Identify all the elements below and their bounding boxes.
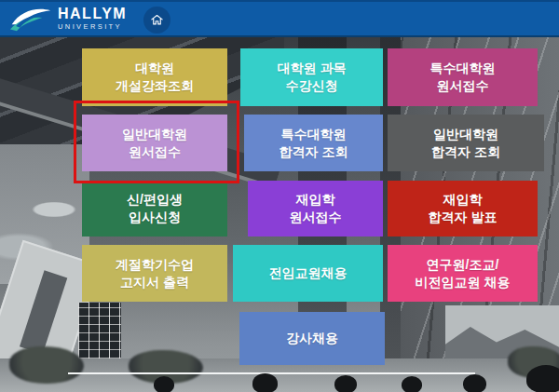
menu-button-general-grad-apply[interactable]: 일반대학원 원서접수 bbox=[82, 115, 227, 171]
button-label: 특수대학원 bbox=[430, 60, 496, 77]
menu-button-special-grad-results[interactable]: 특수대학원 합격자 조회 bbox=[244, 115, 383, 171]
button-label: 강사채용 bbox=[286, 330, 338, 347]
quick-menu-grid: 대학원 개설강좌조회 대학원 과목 수강신청 특수대학원 원서접수 일반대학원 … bbox=[0, 0, 559, 392]
button-label: 일반대학원 bbox=[122, 126, 187, 143]
button-label: 입사신청 bbox=[129, 209, 181, 226]
top-navigation-bar: HALLYM UNIVERSITY bbox=[0, 0, 559, 37]
university-logo[interactable]: HALLYM UNIVERSITY bbox=[9, 5, 127, 33]
hallym-bird-icon bbox=[9, 5, 52, 33]
menu-button-grad-course-register[interactable]: 대학원 과목 수강신청 bbox=[240, 48, 383, 106]
button-label: 비전임교원 채용 bbox=[416, 274, 511, 291]
button-label: 전임교원채용 bbox=[269, 264, 348, 282]
button-label: 연구원/조교/ bbox=[427, 256, 499, 274]
menu-button-new-transfer-dorm[interactable]: 신/편입생 입사신청 bbox=[82, 181, 227, 237]
menu-button-readmission-apply[interactable]: 재입학 원서접수 bbox=[248, 181, 383, 237]
home-icon bbox=[150, 13, 164, 27]
button-label: 원서접수 bbox=[437, 77, 489, 95]
menu-button-lecturer-hire[interactable]: 강사채용 bbox=[239, 312, 385, 365]
button-label: 원서접수 bbox=[290, 209, 342, 226]
logo-primary-text: HALLYM bbox=[58, 7, 127, 21]
button-label: 개설강좌조회 bbox=[116, 77, 194, 95]
menu-button-faculty-hire[interactable]: 전임교원채용 bbox=[233, 245, 383, 302]
button-label: 합격자 조회 bbox=[280, 143, 348, 161]
menu-button-grad-course-list[interactable]: 대학원 개설강좌조회 bbox=[82, 48, 227, 106]
logo-text: HALLYM UNIVERSITY bbox=[58, 7, 127, 31]
home-button[interactable] bbox=[143, 7, 170, 34]
menu-button-general-grad-results[interactable]: 일반대학원 합격자 조회 bbox=[388, 115, 544, 171]
button-label: 원서접수 bbox=[129, 143, 181, 161]
button-label: 대학원 bbox=[135, 60, 174, 77]
button-label: 합격자 발표 bbox=[429, 209, 498, 226]
menu-button-readmission-results[interactable]: 재입학 합격자 발표 bbox=[388, 181, 538, 237]
button-label: 재입학 bbox=[296, 191, 335, 209]
button-label: 신/편입생 bbox=[127, 191, 183, 209]
button-label: 대학원 과목 bbox=[278, 60, 347, 77]
button-label: 특수대학원 bbox=[281, 126, 347, 143]
menu-button-seasonal-bill-print[interactable]: 계절학기수업 고지서 출력 bbox=[82, 245, 227, 302]
button-label: 합격자 조회 bbox=[431, 143, 500, 161]
menu-button-special-grad-apply[interactable]: 특수대학원 원서접수 bbox=[388, 48, 538, 106]
logo-secondary-text: UNIVERSITY bbox=[58, 23, 127, 31]
button-label: 일반대학원 bbox=[433, 126, 498, 143]
button-label: 계절학기수업 bbox=[116, 256, 194, 274]
button-label: 재입학 bbox=[443, 191, 483, 209]
hallym-portal-page: 대학원 개설강좌조회 대학원 과목 수강신청 특수대학원 원서접수 일반대학원 … bbox=[0, 0, 559, 392]
menu-button-researcher-hire[interactable]: 연구원/조교/ 비전임교원 채용 bbox=[388, 245, 538, 302]
button-label: 수강신청 bbox=[286, 77, 338, 95]
button-label: 고지서 출력 bbox=[120, 274, 189, 291]
